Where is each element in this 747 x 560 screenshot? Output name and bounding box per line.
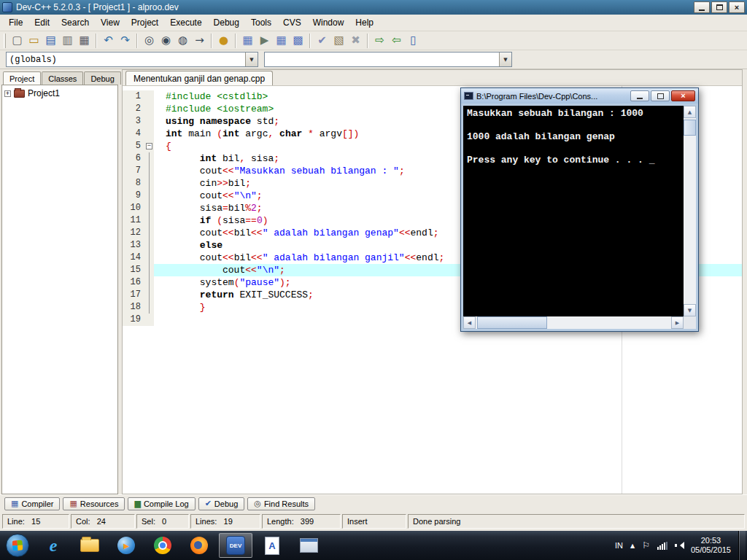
taskbar-window-app[interactable] [292,533,325,558]
menu-tools[interactable]: Tools [245,15,277,30]
time: 20:53 [691,536,731,545]
dropdown-arrow-icon[interactable]: ▼ [245,52,258,66]
menu-search[interactable]: Search [55,15,95,30]
toolbar-separator [367,34,368,48]
volume-icon[interactable] [675,541,684,550]
tab-debug[interactable]: ✔Debug [198,497,245,510]
print-icon: ▦ [79,35,89,46]
menu-execute[interactable]: Execute [164,15,207,30]
action-center-flag-icon[interactable]: ⚐ [642,540,650,551]
console-maximize-button[interactable] [651,90,670,101]
taskbar-internet-explorer[interactable]: e [36,533,70,558]
menu-view[interactable]: View [95,15,125,30]
compile-file-button[interactable]: ▦ [239,32,256,49]
redo-button[interactable]: ↷ [117,32,133,49]
tab-find-results[interactable]: ◎Find Results [247,497,315,510]
taskbar-explorer[interactable] [73,533,107,558]
taskbar-firefox[interactable] [182,533,216,558]
expand-icon[interactable]: + [4,90,11,97]
taskbar-chrome[interactable] [146,533,179,558]
rebuild-all-button[interactable]: ▩ [290,32,306,49]
profile-button[interactable]: ⇨ [371,32,388,49]
abort-compilation-button[interactable]: ✖ [347,32,364,49]
project-tree: + Project1 [1,85,118,494]
taskbar-document-app[interactable]: A [255,533,289,558]
package-manager-button[interactable]: ▧ [330,32,347,49]
replace-button[interactable]: ◉ [158,32,174,49]
scroll-right-icon[interactable]: ▶ [671,316,684,329]
profiling-log-icon: ⇦ [392,35,401,46]
undo-button[interactable]: ↶ [100,32,117,49]
status-segment-0: Line: 15 [2,514,69,529]
titlebar: Dev-C++ 5.2.0.3 - [ Project1 ] - alproo.… [0,0,747,15]
language-indicator[interactable]: IN [615,541,623,550]
new-source-button[interactable]: ▢ [9,32,26,49]
console-icon [464,92,473,100]
menu-help[interactable]: Help [349,15,379,30]
scroll-up-icon[interactable]: ▲ [684,106,696,118]
clock[interactable]: 20:53 05/05/2015 [691,536,731,555]
open-file-icon: ▭ [28,35,39,46]
taskbar-media-player[interactable]: ▶ [109,533,143,558]
maximize-button[interactable] [711,1,727,13]
fold-collapse-icon[interactable]: − [146,143,152,149]
menu-file[interactable]: File [3,15,28,30]
find-next-button[interactable]: ◍ [174,32,191,49]
fold-gutter [144,152,154,165]
show-desktop-button[interactable] [738,531,746,560]
tree-item-project1[interactable]: + Project1 [4,88,115,98]
status-segment-3: Lines: 19 [190,514,260,529]
profiling-log-button[interactable]: ⇦ [388,32,405,49]
tab-project[interactable]: Project [3,71,41,85]
editor-tab[interactable]: Menentukan ganjil dan genap.cpp [125,71,273,85]
fold-gutter [144,202,154,214]
tab-compile-log[interactable]: ▆Compile Log [128,497,195,510]
print-button[interactable]: ▦ [76,32,93,49]
program-reset-button[interactable]: ▯ [405,32,422,49]
vertical-scroll-thumb[interactable] [684,120,696,136]
globals-combo[interactable]: (globals) ▼ [6,52,258,67]
console-vertical-scrollbar[interactable]: ▲ ▼ [684,106,696,316]
find-button[interactable]: ◎ [141,32,158,49]
goto-line-button[interactable]: → [191,32,208,49]
fold-gutter [144,177,154,190]
tab-classes[interactable]: Classes [42,71,83,85]
scroll-left-icon[interactable]: ◀ [463,316,476,329]
line-number: 4 [123,128,144,140]
menu-project[interactable]: Project [125,15,164,30]
dropdown-arrow-icon[interactable]: ▼ [499,52,511,66]
minimize-button[interactable] [694,1,710,13]
tab-compiler[interactable]: ▦Compiler [4,497,60,510]
tab-debug[interactable]: Debug [84,71,120,85]
run-button[interactable]: ▶ [256,32,273,49]
hidden-icons-chevron[interactable]: ▲ [630,542,635,549]
horizontal-scroll-thumb[interactable] [477,316,547,329]
line-number: 1 [123,90,144,103]
syntax-check-button[interactable]: ✔ [314,32,330,49]
tab-resources[interactable]: ▦Resources [63,497,125,510]
console-close-button[interactable]: × [671,90,695,101]
console-minimize-button[interactable] [630,90,649,101]
status-segment-2: Sel: 0 [136,514,189,529]
members-combo[interactable]: ▼ [264,52,512,67]
line-number: 9 [123,190,144,202]
compile-and-run-button[interactable]: ▦ [273,32,290,49]
network-icon[interactable] [657,542,667,550]
close-file-button[interactable]: ▥ [59,32,76,49]
compile-button[interactable]: ● [215,32,232,49]
menu-debug[interactable]: Debug [208,15,245,30]
save-all-button[interactable]: ▤ [42,32,59,49]
replace-icon: ◉ [161,35,171,46]
menu-window[interactable]: Window [307,15,350,30]
start-button[interactable] [6,534,29,557]
taskbar-devcpp-active[interactable]: DEV [219,533,252,558]
menu-cvs[interactable]: CVS [277,15,307,30]
close-button[interactable]: × [729,1,745,13]
scroll-down-icon[interactable]: ▼ [684,304,696,316]
console-titlebar[interactable]: B:\Program Files\Dev-Cpp\Cons... × [461,88,698,104]
console-horizontal-scrollbar[interactable]: ◀ ▶ [463,316,684,329]
console-output[interactable]: Masukkan sebuah bilangan : 1000 1000 ada… [463,106,684,316]
open-file-button[interactable]: ▭ [26,32,42,49]
tab-label: Resources [80,499,119,508]
menu-edit[interactable]: Edit [28,15,55,30]
